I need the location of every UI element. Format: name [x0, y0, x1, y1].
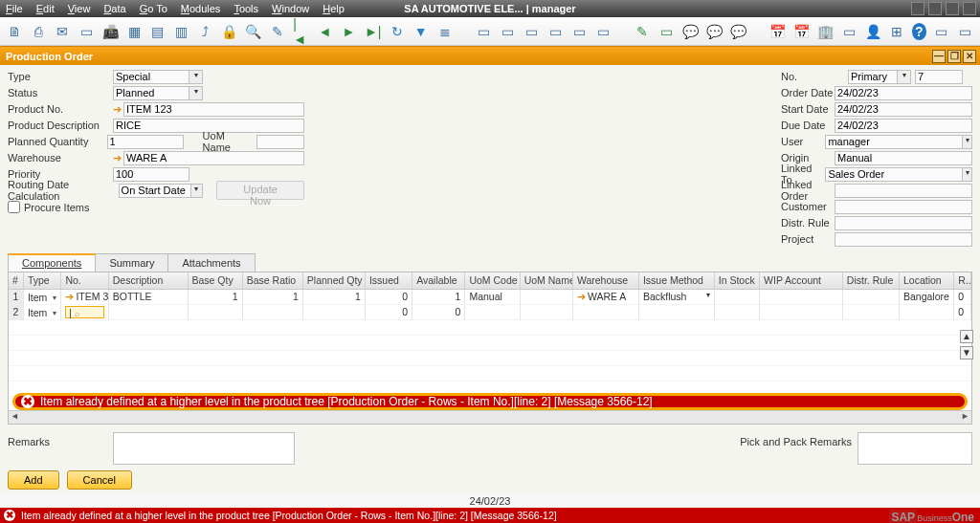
- sort-icon[interactable]: ≣: [435, 21, 454, 42]
- startdate-field[interactable]: [835, 102, 972, 117]
- tab-attachments[interactable]: Attachments: [167, 253, 255, 272]
- cell-uomname[interactable]: [521, 290, 573, 305]
- productno-field[interactable]: [123, 102, 304, 117]
- payment-means-icon[interactable]: ▭: [546, 21, 565, 42]
- col-wipaccount[interactable]: WIP Account: [760, 272, 843, 289]
- col-uomcode[interactable]: UoM Code: [465, 272, 520, 289]
- cell-uomname[interactable]: [521, 305, 573, 320]
- cell-warehouse[interactable]: ➔WARE A: [573, 290, 639, 305]
- cell-distr[interactable]: [843, 290, 900, 305]
- linkedto-dropdown-icon[interactable]: ▾: [963, 167, 972, 182]
- cell-no[interactable]: ➔ITEM 33: [61, 290, 108, 305]
- cancel-button[interactable]: Cancel: [67, 470, 132, 490]
- launch-app-icon[interactable]: ⤴: [196, 21, 214, 42]
- item-link-icon[interactable]: ➔: [65, 291, 74, 302]
- fax-icon[interactable]: 📠: [101, 21, 120, 42]
- prev-record-icon[interactable]: ◄: [316, 21, 334, 42]
- menu-window[interactable]: Window: [272, 3, 309, 14]
- warehouse-field[interactable]: [123, 151, 304, 165]
- cell-issuemethod[interactable]: [639, 305, 715, 320]
- window-minimize-button[interactable]: —: [932, 50, 946, 63]
- productno-link-icon[interactable]: ➔: [113, 103, 122, 116]
- email-icon[interactable]: ✉: [54, 21, 72, 42]
- linkedorder-field[interactable]: [835, 184, 972, 198]
- branches-icon[interactable]: 🏢: [816, 21, 835, 42]
- journal-entry-icon[interactable]: ▭: [594, 21, 612, 42]
- menu-goto[interactable]: Go To: [140, 3, 167, 14]
- preview-icon[interactable]: 🗎: [6, 21, 24, 42]
- no-series-dropdown-icon[interactable]: ▾: [898, 70, 911, 84]
- cell-desc[interactable]: BOTTLE: [109, 290, 189, 305]
- col-issued[interactable]: Issued: [366, 272, 412, 289]
- cell-r[interactable]: 0: [954, 305, 971, 320]
- cell-issued[interactable]: 0: [366, 305, 412, 320]
- status-dropdown-icon[interactable]: ▾: [189, 86, 203, 100]
- plannedqty-field[interactable]: [107, 135, 184, 149]
- messages2-icon[interactable]: 💬: [729, 21, 747, 42]
- export-pdf-icon[interactable]: ▥: [172, 21, 190, 42]
- distrrule-field[interactable]: [835, 216, 972, 230]
- duedate-field[interactable]: [835, 119, 972, 133]
- window-maximize-button[interactable]: ❐: [947, 50, 961, 63]
- col-uomname[interactable]: UoM Name: [521, 272, 573, 289]
- default-branch-icon[interactable]: ▭: [840, 21, 858, 42]
- cell-location[interactable]: [900, 305, 954, 320]
- cell-uomcode[interactable]: [465, 305, 520, 320]
- sms-icon[interactable]: ▭: [78, 21, 96, 42]
- user-dropdown-icon[interactable]: ▾: [963, 135, 972, 149]
- print-icon[interactable]: ⎙: [30, 21, 48, 42]
- menu-view[interactable]: View: [68, 3, 91, 14]
- origin-field[interactable]: [835, 151, 972, 165]
- cell-type[interactable]: Item: [24, 290, 62, 305]
- calendar-alert-icon[interactable]: 📅: [792, 21, 811, 42]
- menu-tools[interactable]: Tools: [234, 3, 258, 14]
- formatted-search-icon[interactable]: ▭: [657, 21, 676, 42]
- mdi-restore-icon[interactable]: [946, 2, 959, 15]
- cell-desc[interactable]: [109, 305, 189, 320]
- cell-warehouse[interactable]: [573, 305, 639, 320]
- cell-issuemethod[interactable]: Backflush ▾: [639, 290, 715, 305]
- update-now-button[interactable]: Update Now: [216, 181, 304, 200]
- row-move-down-button[interactable]: ▼: [960, 346, 973, 360]
- mdi-cascade-icon[interactable]: [911, 2, 924, 15]
- target-doc-icon[interactable]: ▭: [499, 21, 517, 42]
- col-warehouse[interactable]: Warehouse: [573, 272, 639, 289]
- routingdate-dropdown-icon[interactable]: ▾: [191, 184, 204, 198]
- type-field[interactable]: [113, 70, 189, 84]
- gross-profit-icon[interactable]: ▭: [523, 21, 541, 42]
- col-distrrule[interactable]: Distr. Rule: [843, 272, 900, 289]
- cell-uomcode[interactable]: Manual: [465, 290, 520, 305]
- priority-field[interactable]: [113, 167, 189, 182]
- procure-items-checkbox[interactable]: [8, 201, 20, 213]
- col-plannedqty[interactable]: Planned Qty: [303, 272, 366, 289]
- help-icon[interactable]: ?: [912, 23, 927, 40]
- col-r[interactable]: R...: [954, 272, 971, 289]
- cell-r[interactable]: 0: [954, 290, 971, 305]
- messages-icon[interactable]: 💬: [705, 21, 724, 42]
- routingdate-field[interactable]: [119, 184, 191, 198]
- col-baseqty[interactable]: Base Qty: [189, 272, 243, 289]
- add-button[interactable]: Add: [8, 470, 59, 490]
- user-field[interactable]: [825, 135, 963, 149]
- wh-link-icon[interactable]: ➔: [577, 291, 586, 302]
- warehouse-link-icon[interactable]: ➔: [113, 152, 122, 164]
- grid-row[interactable]: 2 Item | ⌕ 0 0 0: [9, 305, 971, 320]
- cell-instock[interactable]: [715, 305, 760, 320]
- window-close-button[interactable]: ✕: [963, 50, 976, 63]
- cell-available[interactable]: 0: [412, 305, 465, 320]
- user-icon[interactable]: 👤: [864, 21, 882, 42]
- row-move-up-button[interactable]: ▲: [960, 330, 973, 343]
- cell-wip[interactable]: [760, 305, 843, 320]
- no-series-field[interactable]: [848, 70, 898, 84]
- project-field[interactable]: [835, 232, 972, 247]
- col-type[interactable]: Type: [24, 272, 62, 289]
- export-word-icon[interactable]: ▤: [149, 21, 167, 42]
- cell-plannedqty[interactable]: 1: [303, 290, 366, 305]
- alert-icon[interactable]: 💬: [681, 21, 700, 42]
- cell-instock[interactable]: [715, 290, 760, 305]
- export-excel-icon[interactable]: ▦: [125, 21, 144, 42]
- last-record-icon[interactable]: ►|: [364, 21, 383, 42]
- calendar-icon[interactable]: 📅: [768, 21, 787, 42]
- cell-baseqty[interactable]: [189, 305, 243, 320]
- context-help2-icon[interactable]: ▭: [956, 21, 974, 42]
